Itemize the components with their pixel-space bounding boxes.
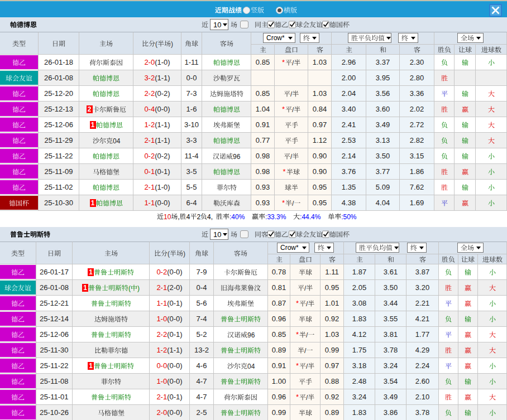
svg-text:/: / — [290, 90, 293, 98]
svg-text:/: / — [292, 59, 294, 66]
svg-text:(: ( — [128, 284, 131, 292]
svg-text::50%: :50% — [341, 213, 357, 221]
svg-text:,: , — [178, 213, 179, 221]
svg-text:96: 96 — [247, 331, 255, 339]
svg-text:): ) — [171, 40, 173, 47]
svg-text:(: ( — [155, 40, 157, 47]
svg-text:): ) — [183, 249, 185, 257]
svg-text:): ) — [137, 284, 140, 292]
svg-text::33.3%: :33.3% — [265, 213, 286, 221]
svg-text:/: / — [304, 284, 307, 292]
svg-text:/: / — [292, 105, 294, 113]
svg-text::40%: :40% — [229, 213, 245, 221]
svg-text:/: / — [292, 199, 294, 207]
svg-text:(: ( — [168, 249, 170, 257]
svg-text:4: 4 — [186, 213, 190, 221]
svg-text:/: / — [304, 346, 307, 354]
svg-text:04: 04 — [247, 362, 255, 370]
svg-text:/: / — [306, 300, 308, 307]
svg-text:/: / — [290, 152, 293, 160]
svg-text:04: 04 — [113, 137, 121, 144]
svg-text:/: / — [306, 331, 308, 339]
svg-text:2: 2 — [197, 213, 200, 221]
svg-text:4,: 4, — [207, 213, 213, 221]
svg-text:10: 10 — [164, 213, 171, 221]
svg-text:96: 96 — [233, 152, 241, 160]
svg-text:/: / — [306, 393, 308, 401]
svg-text::44.4%: :44.4% — [300, 213, 321, 221]
svg-text:/: / — [306, 362, 308, 370]
